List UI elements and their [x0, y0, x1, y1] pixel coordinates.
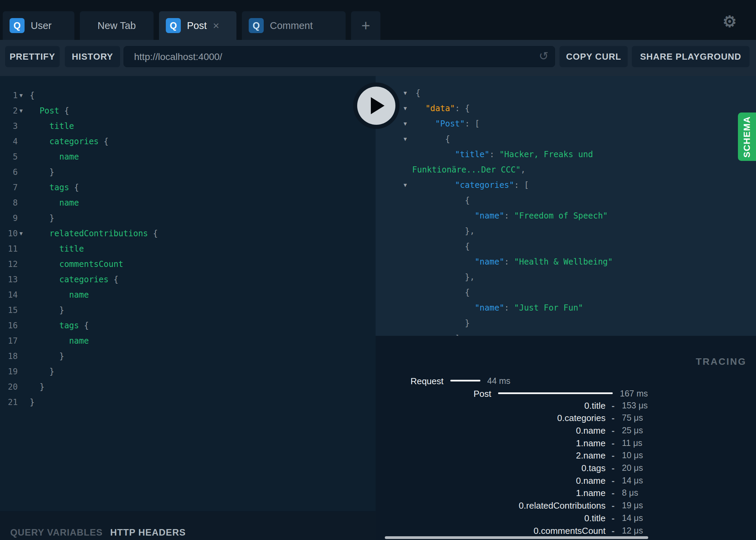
query-line: 6 }	[0, 164, 376, 180]
query-badge-icon: Q	[10, 18, 25, 33]
tracing-row: 0.name-25 μs	[376, 425, 756, 436]
schema-side-tab[interactable]: SCHEMA	[738, 112, 756, 161]
tab-user[interactable]: Q User	[3, 11, 74, 40]
request-duration-bar	[450, 380, 480, 381]
query-line: 12 commentsCount	[0, 256, 376, 272]
fold-arrow-icon[interactable]: ▾	[404, 120, 416, 127]
tracing-row: 0.title-14 μs	[376, 513, 756, 523]
query-line: 2▾ Post {	[0, 103, 376, 118]
query-line: 9 }	[0, 210, 376, 226]
response-line: "name": "Just For Fun"	[376, 300, 756, 315]
query-line: 1▾{	[0, 88, 376, 103]
tracing-row: 2.name-10 μs	[376, 450, 756, 461]
tab-label: New Tab	[98, 20, 136, 31]
response-line: {	[376, 193, 756, 208]
response-line: }	[376, 315, 756, 331]
response-line: ▾ "Post": [	[376, 116, 756, 131]
query-line: 15 }	[0, 302, 376, 318]
fold-arrow-icon[interactable]: ▾	[404, 104, 416, 112]
tab-label: Comment	[270, 20, 313, 31]
tracing-row: 0.name-14 μs	[376, 476, 756, 486]
plus-icon: +	[361, 17, 370, 34]
response-lines: ▾{ ▾ "data": { ▾ "Post": [ ▾ { "title": …	[376, 85, 756, 336]
tracing-request-row: Request 44 ms	[376, 376, 756, 386]
query-line: 8 name	[0, 195, 376, 210]
tab-new-tab[interactable]: New Tab	[80, 11, 154, 40]
response-line: "name": "Health & Wellbeing"	[376, 254, 756, 269]
http-headers-tab[interactable]: HTTP HEADERS	[110, 527, 186, 538]
tracing-title: TRACING	[696, 356, 746, 367]
query-line: 16 tags {	[0, 318, 376, 333]
history-button[interactable]: HISTORY	[65, 46, 120, 67]
tab-label: User	[31, 20, 52, 31]
response-line: {	[376, 239, 756, 254]
query-line: 10▾ relatedContributions {	[0, 226, 376, 241]
tab-post[interactable]: Q Post ×	[159, 11, 236, 40]
response-line: "name": "Freedom of Speech"	[376, 208, 756, 223]
tracing-row: 0.title-153 μs	[376, 401, 756, 411]
query-line: 14 name	[0, 287, 376, 302]
query-line: 3 title	[0, 118, 376, 134]
schema-tab-label: SCHEMA	[742, 116, 752, 158]
close-icon[interactable]: ×	[213, 20, 219, 31]
tracing-row: 0.categories-75 μs	[376, 413, 756, 423]
query-line: 13 categories {	[0, 272, 376, 287]
fold-arrow-icon[interactable]: ▾	[18, 91, 30, 99]
fold-arrow-icon[interactable]: ▾	[404, 181, 416, 189]
settings-gear-icon[interactable]: ⚙	[723, 12, 737, 31]
tab-comment[interactable]: Q Comment	[242, 11, 346, 40]
query-badge-icon: Q	[166, 18, 181, 33]
tracing-row: 0.commentsCount-12 μs	[376, 526, 756, 536]
toolbar: PRETTIFY HISTORY ↺ COPY CURL SHARE PLAYG…	[0, 40, 756, 76]
fold-arrow-icon[interactable]: ▾	[18, 107, 30, 115]
tracing-row: 1.name-8 μs	[376, 488, 756, 498]
fold-arrow-icon[interactable]: ▾	[404, 89, 416, 97]
query-line: 4 categories {	[0, 134, 376, 149]
fold-arrow-icon[interactable]: ▾	[404, 135, 416, 143]
response-line: "title": "Hacker, Freaks und	[376, 147, 756, 162]
execute-query-button[interactable]	[353, 82, 399, 129]
tracing-post-row: Post 167 ms	[376, 389, 756, 399]
response-pane: ▾{ ▾ "data": { ▾ "Post": [ ▾ { "title": …	[376, 76, 756, 336]
query-line: 18 }	[0, 348, 376, 364]
tracing-row: 0.relatedContributions-19 μs	[376, 500, 756, 511]
fold-arrow-icon[interactable]: ▾	[18, 229, 30, 237]
query-editor-pane[interactable]: 1▾{ 2▾ Post { 3 title 4 categories { 5 n…	[0, 76, 376, 511]
tab-bar: Q User New Tab Q Post × Q Comment + ⚙	[0, 0, 756, 40]
prettify-button[interactable]: PRETTIFY	[5, 46, 60, 67]
response-line: ▾{	[376, 85, 756, 101]
query-line: 5 name	[0, 149, 376, 164]
query-line: 20 }	[0, 379, 376, 394]
query-line: 17 name	[0, 333, 376, 348]
response-line: Funktionäre...Der CCC",	[376, 162, 756, 177]
tab-list: Q User New Tab Q Post × Q Comment +	[3, 11, 380, 40]
response-line: ▾ {	[376, 131, 756, 147]
copy-curl-button[interactable]: COPY CURL	[559, 46, 628, 67]
play-icon	[371, 97, 384, 114]
tracing-horizontal-scrollbar[interactable]	[385, 536, 648, 539]
query-badge-icon: Q	[249, 18, 264, 33]
variables-strip: QUERY VARIABLES HTTP HEADERS	[0, 511, 376, 540]
tracing-pane: TRACING Request 44 ms Post 167 ms 0.titl…	[376, 336, 756, 540]
query-line: 7 tags {	[0, 180, 376, 195]
add-tab-button[interactable]: +	[351, 11, 380, 40]
share-playground-button[interactable]: SHARE PLAYGROUND	[632, 46, 750, 67]
tab-label: Post	[187, 20, 207, 31]
tracing-row: 0.tags-20 μs	[376, 463, 756, 473]
query-line: 11 title	[0, 241, 376, 256]
response-line: },	[376, 269, 756, 285]
response-line: ▾ "data": {	[376, 101, 756, 116]
tracing-row: 1.name-11 μs	[376, 438, 756, 448]
query-variables-tab[interactable]: QUERY VARIABLES	[10, 527, 103, 538]
endpoint-url-box: ↺	[123, 46, 555, 67]
reload-icon[interactable]: ↺	[539, 49, 549, 63]
post-duration-bar	[498, 392, 613, 394]
endpoint-url-input[interactable]	[133, 46, 527, 68]
response-line: ]	[376, 331, 756, 336]
query-lines: 1▾{ 2▾ Post { 3 title 4 categories { 5 n…	[0, 88, 376, 410]
response-line: {	[376, 285, 756, 300]
query-line: 19 }	[0, 364, 376, 379]
response-line: ▾ "categories": [	[376, 177, 756, 193]
response-line: },	[376, 223, 756, 239]
query-line: 21}	[0, 394, 376, 410]
